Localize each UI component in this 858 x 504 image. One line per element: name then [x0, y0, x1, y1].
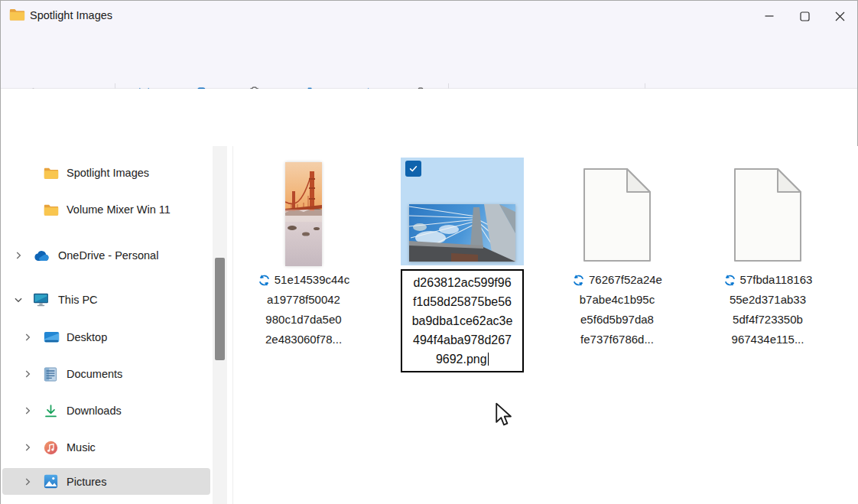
file-name: 57fbda118163 55e2d371ab33 5df4f723350b 9…: [707, 270, 829, 350]
toolbar: New So: [1, 31, 857, 89]
folder-icon: [44, 167, 59, 180]
onedrive-cloud-icon: [33, 250, 50, 262]
sidebar-item-label: Desktop: [67, 331, 107, 343]
desktop-monitor-icon: [44, 331, 60, 344]
window-chrome: Spotlight Images New: [1, 1, 857, 89]
sidebar-item-pictures[interactable]: Pictures: [2, 468, 210, 495]
close-button[interactable]: [822, 1, 857, 31]
chevron-right-icon[interactable]: [22, 332, 33, 343]
sidebar-item-label: Volume Mixer Win 11: [67, 203, 171, 216]
documents-icon: [44, 367, 57, 382]
chevron-down-icon[interactable]: [13, 294, 24, 305]
sidebar-item-label: Downloads: [67, 405, 122, 417]
file-name: 51e14539c44c a19778f50042 980c1d7da5e0 2…: [242, 270, 365, 350]
sync-icon: [723, 274, 736, 287]
sync-icon: [258, 274, 271, 287]
text-caret: [488, 353, 489, 366]
sidebar-item-label: OneDrive - Personal: [58, 249, 158, 262]
sidebar-item-documents[interactable]: Documents: [2, 363, 210, 385]
sidebar-item-label: This PC: [58, 294, 98, 306]
sidebar-item-volume-mixer-win-11[interactable]: Volume Mixer Win 11: [2, 198, 210, 221]
sidebar-item-label: Spotlight Images: [67, 167, 149, 179]
sidebar-item-label: Pictures: [67, 476, 106, 488]
chevron-right-icon[interactable]: [13, 250, 24, 261]
window-controls: [752, 1, 857, 31]
minimize-button[interactable]: [752, 1, 787, 31]
chevron-right-icon[interactable]: [22, 405, 33, 416]
maximize-button[interactable]: [787, 1, 822, 31]
chevron-right-icon[interactable]: [22, 476, 33, 487]
sidebar-item-label: Documents: [67, 368, 122, 380]
bridge-cables-thumbnail: [409, 204, 515, 262]
sync-icon: [572, 274, 585, 287]
folder-icon: [9, 8, 25, 24]
selection-checkbox[interactable]: [405, 161, 421, 177]
this-pc-monitor-icon: [33, 293, 49, 307]
golden-gate-bridge-thumbnail: [285, 162, 322, 266]
rename-input[interactable]: d263812ac599f96 f1d58d25875be56 ba9dba1c…: [401, 269, 524, 372]
music-note-icon: [44, 441, 58, 455]
chevron-right-icon[interactable]: [22, 369, 33, 379]
generic-file-icon: [733, 167, 803, 263]
file-explorer-window: Spotlight Images New: [0, 0, 858, 504]
address-row: « Pictures Spotlight Images Search Spotl…: [1, 89, 857, 146]
sidebar-scrollbar-thumb[interactable]: [215, 258, 225, 360]
sidebar-content-divider: [232, 146, 233, 504]
body: Spotlight Images Volume Mixer Win 11 One…: [1, 146, 858, 504]
folder-icon: [44, 203, 59, 216]
downloads-arrow-icon: [44, 404, 58, 418]
sidebar-item-downloads[interactable]: Downloads: [2, 399, 210, 422]
mouse-cursor: [495, 402, 512, 430]
sidebar-scrollbar-track: [213, 146, 227, 504]
sidebar-item-onedrive-personal[interactable]: OneDrive - Personal: [2, 244, 210, 267]
file-name: 76267f52a24e b7abe4c1b95c e5f6d5b97da8 f…: [556, 270, 678, 350]
titlebar: Spotlight Images: [1, 1, 857, 31]
sidebar-item-spotlight-images[interactable]: Spotlight Images: [2, 161, 210, 184]
sidebar-item-desktop[interactable]: Desktop: [2, 326, 210, 349]
chevron-right-icon[interactable]: [22, 442, 33, 453]
sidebar-item-music[interactable]: Music: [2, 436, 210, 459]
sidebar-item-label: Music: [67, 441, 96, 454]
sidebar-item-this-pc[interactable]: This PC: [2, 288, 210, 311]
pictures-icon: [44, 474, 58, 489]
window-title: Spotlight Images: [30, 9, 112, 21]
generic-file-icon: [582, 167, 652, 263]
